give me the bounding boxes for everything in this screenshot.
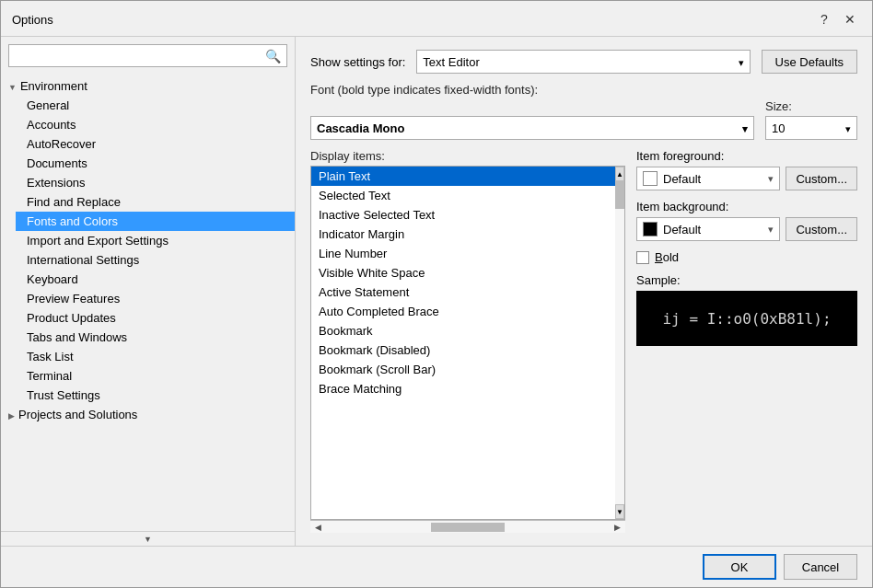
tree-item-tabs-windows[interactable]: Tabs and Windows [16,328,295,347]
list-item-bookmark[interactable]: Bookmark [311,321,615,340]
right-controls: Item foreground: Default Custom... [636,149,857,533]
search-box[interactable]: 🔍 [8,44,287,67]
tree-item-autorecover[interactable]: AutoRecover [16,134,295,154]
tree-item-import-export[interactable]: Import and Export Settings [16,231,295,250]
list-item-bookmark-scroll[interactable]: Bookmark (Scroll Bar) [311,360,615,379]
size-group: Size: 10 [765,99,857,140]
item-foreground-row: Default Custom... [636,167,857,190]
background-swatch [643,222,658,236]
tree-item-keyboard[interactable]: Keyboard [16,270,295,289]
settings-for-dropdown[interactable]: Text Editor [416,50,750,74]
list-item-plain-text[interactable]: Plain Text [311,167,615,186]
foreground-value: Default [663,172,701,186]
search-button[interactable]: 🔍 [263,49,283,63]
item-foreground-group: Item foreground: Default Custom... [636,149,857,190]
tree-item-terminal[interactable]: Terminal [16,366,295,386]
dialog-content: 🔍 Environment General Accounts AutoR [1,37,872,546]
custom-fg-button[interactable]: Custom... [786,167,857,190]
left-panel: 🔍 Environment General Accounts AutoR [1,37,296,546]
font-label: Font (bold type indicates fixed-width fo… [310,83,857,97]
font-dropdown[interactable]: Cascadia Mono [310,116,754,140]
environment-collapse-icon [8,79,17,93]
sample-label: Sample: [636,273,857,287]
tree-item-task-list[interactable]: Task List [16,347,295,366]
title-bar-left: Options [12,13,53,27]
use-defaults-button[interactable]: Use Defaults [762,50,857,74]
tree-item-extensions[interactable]: Extensions [16,173,295,192]
item-background-label: Item background: [636,200,857,213]
tree-container: Environment General Accounts AutoRecover… [1,75,295,531]
options-dialog: Options ? ✕ 🔍 Environment General [0,0,873,588]
tree-item-trust[interactable]: Trust Settings [16,386,295,405]
tree-item-find-replace[interactable]: Find and Replace [16,192,295,212]
dialog-footer: OK Cancel [1,546,872,587]
search-input[interactable] [13,47,263,64]
tree-item-general[interactable]: General [16,96,295,115]
tree-item-international[interactable]: International Settings [16,250,295,270]
close-button[interactable]: ✕ [839,8,861,30]
list-item-visible-white-space[interactable]: Visible White Space [311,263,615,282]
settings-for-chevron [739,55,744,69]
list-item-brace-matching[interactable]: Brace Matching [311,379,615,398]
dialog-title: Options [12,13,53,27]
tree-group-environment[interactable]: Environment [1,76,295,96]
list-item-selected-text[interactable]: Selected Text [311,186,615,205]
environment-label: Environment [20,79,87,93]
list-item-auto-completed-brace[interactable]: Auto Completed Brace [311,302,615,321]
list-item-bookmark-disabled[interactable]: Bookmark (Disabled) [311,340,615,360]
tree-item-accounts[interactable]: Accounts [16,115,295,134]
font-value: Cascadia Mono [317,121,404,135]
help-button[interactable]: ? [813,8,835,30]
display-items-list-wrap: Plain Text Selected Text Inactive Select… [310,166,625,520]
size-value: 10 [772,121,785,135]
item-foreground-label: Item foreground: [636,149,857,163]
h-scroll-right-btn[interactable]: ▶ [611,523,623,532]
title-bar-right: ? ✕ [813,8,861,30]
foreground-chevron [768,173,774,185]
size-dropdown[interactable]: 10 [765,116,857,140]
list-item-line-number[interactable]: Line Number [311,244,615,263]
chevron-down-icon: ▼ [144,535,152,544]
list-scroll-thumb[interactable] [615,181,624,209]
item-background-group: Item background: Default Custom... [636,200,857,241]
projects-expand-icon [8,408,15,421]
tree-item-preview[interactable]: Preview Features [16,289,295,308]
list-item-indicator-margin[interactable]: Indicator Margin [311,225,615,244]
display-items-section: Display items: Plain Text Selected Text … [310,149,857,533]
environment-children: General Accounts AutoRecover Documents E… [1,96,295,405]
right-panel: Show settings for: Text Editor Use Defau… [296,37,872,546]
tree-group-projects[interactable]: Projects and Solutions [1,405,295,424]
sample-text: ij = I::o0(0xB81l); [662,310,831,328]
background-value: Default [663,223,701,236]
list-scroll-up-btn[interactable]: ▲ [615,167,624,181]
cancel-button[interactable]: Cancel [784,554,857,580]
size-chevron [845,121,851,135]
settings-for-value: Text Editor [423,55,479,69]
projects-label: Projects and Solutions [18,408,137,421]
custom-bg-button[interactable]: Custom... [786,217,857,241]
h-scroll-left-btn[interactable]: ◀ [312,523,324,532]
font-label-row: Font (bold type indicates fixed-width fo… [310,83,857,140]
font-group: Cascadia Mono [310,116,754,140]
tree-scroll-down-btn[interactable]: ▼ [1,531,295,546]
tree-item-fonts-colors[interactable]: Fonts and Colors [16,212,295,231]
display-items-panel: Display items: Plain Text Selected Text … [310,149,625,533]
h-scroll-thumb[interactable] [431,523,505,532]
list-scroll-track [615,209,624,504]
item-foreground-dropdown[interactable]: Default [636,167,780,190]
bold-label: Bold [655,250,679,264]
list-item-active-statement[interactable]: Active Statement [311,282,615,302]
list-item-inactive-selected[interactable]: Inactive Selected Text [311,205,615,225]
sample-box: ij = I::o0(0xB81l); [636,291,857,346]
background-chevron [768,224,774,236]
ok-button[interactable]: OK [703,554,776,580]
font-row: Cascadia Mono Size: 10 [310,99,857,140]
item-background-dropdown[interactable]: Default [636,217,780,241]
display-items-list: Plain Text Selected Text Inactive Select… [311,167,615,519]
item-background-row: Default Custom... [636,217,857,241]
tree-item-documents[interactable]: Documents [16,154,295,173]
bold-checkbox[interactable] [636,251,649,264]
tree-item-product-updates[interactable]: Product Updates [16,308,295,328]
list-h-scrollbar: ◀ ▶ [310,520,625,533]
list-scroll-down-btn[interactable]: ▼ [615,504,624,519]
